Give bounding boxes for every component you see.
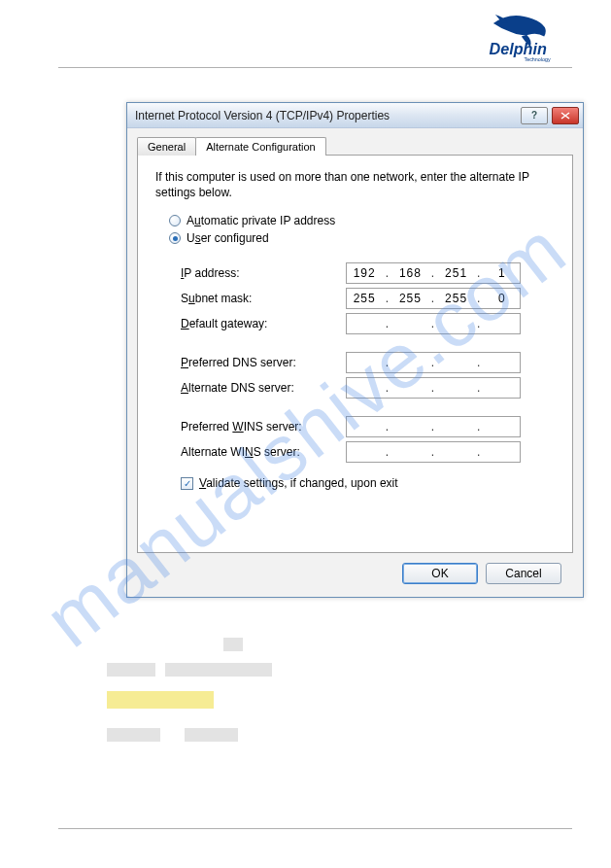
delphin-logo: Delphin Technology (485, 10, 572, 63)
label-ip: IP address: (181, 266, 346, 280)
radio-icon (169, 215, 181, 226)
alternate-wins-input[interactable]: . . . (346, 441, 521, 463)
label-subnet: Subnet mask: (181, 292, 346, 305)
svg-text:Technology: Technology (525, 56, 552, 62)
radio-label: Automatic private IP address (187, 214, 335, 227)
page-header: Delphin Technology (58, 0, 572, 68)
validate-checkbox-row[interactable]: ✓ Validate settings, if changed, upon ex… (181, 476, 555, 490)
tabs: General Alternate Configuration (137, 137, 573, 156)
ipv4-properties-dialog: Internet Protocol Version 4 (TCP/IPv4) P… (126, 102, 584, 598)
label-gateway: Default gateway: (181, 317, 346, 330)
cancel-button[interactable]: Cancel (486, 563, 561, 584)
radio-label: User configured (187, 231, 269, 245)
page-footer (58, 828, 572, 829)
titlebar: Internet Protocol Version 4 (TCP/IPv4) P… (127, 103, 583, 128)
dialog-title: Internet Protocol Version 4 (TCP/IPv4) P… (135, 109, 517, 122)
radio-user-configured[interactable]: User configured (169, 231, 555, 245)
checkbox-icon: ✓ (181, 477, 193, 490)
close-button[interactable] (552, 107, 579, 124)
tab-alternate-configuration[interactable]: Alternate Configuration (195, 137, 326, 156)
checkbox-label: Validate settings, if changed, upon exit (199, 476, 398, 490)
redacted-text (107, 632, 301, 750)
svg-text:Delphin: Delphin (490, 40, 547, 57)
instruction-text: If this computer is used on more than on… (155, 169, 555, 200)
preferred-wins-input[interactable]: . . . (346, 416, 521, 437)
label-pwins: Preferred WINS server: (181, 420, 346, 434)
preferred-dns-input[interactable]: . . . (346, 352, 521, 373)
label-awins: Alternate WINS server: (181, 445, 346, 459)
radio-icon (169, 232, 181, 244)
default-gateway-input[interactable]: . . . (346, 313, 521, 334)
subnet-mask-input[interactable]: 255. 255. 255. 0 (346, 288, 521, 309)
label-pdns: Preferred DNS server: (181, 356, 346, 369)
help-button[interactable]: ? (521, 107, 548, 124)
ip-address-input[interactable]: 192. 168. 251. 1 (346, 262, 521, 284)
tab-panel: If this computer is used on more than on… (137, 155, 573, 553)
radio-automatic-ip[interactable]: Automatic private IP address (169, 214, 555, 227)
alternate-dns-input[interactable]: . . . (346, 377, 521, 399)
tab-general[interactable]: General (137, 137, 196, 156)
label-adns: Alternate DNS server: (181, 381, 346, 395)
ok-button[interactable]: OK (402, 563, 478, 584)
